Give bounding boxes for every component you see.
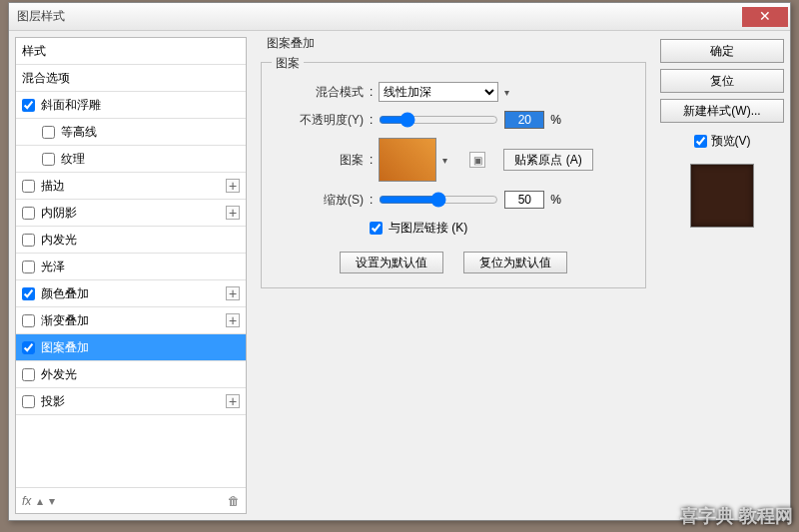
fx-icon[interactable]: fx — [22, 494, 31, 508]
styles-header[interactable]: 样式 — [16, 38, 246, 65]
reset-default-button[interactable]: 复位为默认值 — [463, 252, 567, 273]
style-item-5[interactable]: 内发光 — [16, 227, 246, 254]
styles-panel: 样式 混合选项 斜面和浮雕等高线纹理描边+内阴影+内发光光泽颜色叠加+渐变叠加+… — [15, 37, 247, 514]
close-button[interactable]: ✕ — [742, 7, 788, 27]
pattern-picker-arrow-icon[interactable]: ▾ — [442, 155, 447, 166]
options-panel: 图案叠加 图案 混合模式: 线性加深 ▾ 不透明度(Y): — [253, 31, 654, 520]
style-label: 渐变叠加 — [41, 312, 226, 329]
style-checkbox[interactable] — [42, 126, 55, 139]
add-effect-icon[interactable]: + — [226, 286, 240, 300]
add-effect-icon[interactable]: + — [226, 394, 240, 408]
create-pattern-icon[interactable]: ▣ — [469, 152, 485, 168]
titlebar[interactable]: 图层样式 ✕ — [9, 3, 790, 31]
style-label: 外发光 — [41, 366, 240, 383]
scale-input[interactable] — [504, 191, 544, 209]
styles-footer: fx ▴ ▾ 🗑 — [16, 487, 246, 513]
scale-slider[interactable] — [379, 192, 498, 208]
new-style-button[interactable]: 新建样式(W)... — [660, 99, 784, 123]
style-label: 描边 — [41, 178, 226, 195]
style-item-7[interactable]: 颜色叠加+ — [16, 280, 246, 307]
style-checkbox[interactable] — [22, 314, 35, 327]
style-checkbox[interactable] — [22, 99, 35, 112]
blend-mode-row: 混合模式: 线性加深 ▾ — [272, 78, 635, 106]
styles-header-label: 样式 — [22, 43, 240, 60]
add-effect-icon[interactable]: + — [226, 179, 240, 193]
section-title: 图案叠加 — [267, 35, 646, 52]
preview-swatch — [690, 164, 754, 228]
blend-options-label: 混合选项 — [22, 70, 240, 87]
style-checkbox[interactable] — [22, 368, 35, 381]
style-label: 内阴影 — [41, 205, 226, 222]
preview-checkbox[interactable] — [694, 135, 707, 148]
set-default-button[interactable]: 设置为默认值 — [340, 252, 443, 273]
blend-mode-label: 混合模式 — [272, 84, 364, 101]
style-checkbox[interactable] — [22, 234, 35, 247]
style-item-1[interactable]: 等高线 — [16, 119, 246, 146]
style-item-9[interactable]: 图案叠加 — [16, 334, 246, 361]
snap-origin-button[interactable]: 贴紧原点 (A) — [503, 149, 592, 171]
style-label: 斜面和浮雕 — [41, 97, 240, 114]
arrow-down-icon[interactable]: ▾ — [49, 494, 55, 508]
defaults-row: 设置为默认值 复位为默认值 — [272, 252, 635, 273]
style-checkbox[interactable] — [22, 287, 35, 300]
layer-style-dialog: 图层样式 ✕ 样式 混合选项 斜面和浮雕等高线纹理描边+内阴影+内发光光泽颜色叠… — [8, 2, 791, 521]
reset-button[interactable]: 复位 — [660, 69, 784, 93]
chevron-down-icon[interactable]: ▾ — [504, 87, 509, 98]
percent-label-2: % — [550, 193, 561, 207]
style-label: 投影 — [41, 393, 226, 410]
style-item-3[interactable]: 描边+ — [16, 173, 246, 200]
style-checkbox[interactable] — [22, 180, 35, 193]
action-panel: 确定 复位 新建样式(W)... 预览(V) — [654, 31, 790, 520]
style-label: 颜色叠加 — [41, 285, 226, 302]
add-effect-icon[interactable]: + — [226, 313, 240, 327]
style-checkbox[interactable] — [42, 153, 55, 166]
percent-label: % — [550, 113, 561, 127]
style-checkbox[interactable] — [22, 207, 35, 220]
add-effect-icon[interactable]: + — [226, 206, 240, 220]
opacity-input[interactable] — [504, 111, 544, 129]
style-item-10[interactable]: 外发光 — [16, 361, 246, 388]
style-label: 内发光 — [41, 232, 240, 249]
style-label: 图案叠加 — [41, 339, 240, 356]
style-item-0[interactable]: 斜面和浮雕 — [16, 92, 246, 119]
preview-label: 预览(V) — [711, 133, 751, 150]
scale-label: 缩放(S) — [272, 192, 364, 209]
style-label: 纹理 — [61, 151, 240, 168]
style-label: 等高线 — [61, 124, 240, 141]
dialog-title: 图层样式 — [17, 8, 742, 25]
link-row: 与图层链接 (K) — [272, 214, 635, 242]
preview-row: 预览(V) — [660, 133, 784, 150]
dialog-body: 样式 混合选项 斜面和浮雕等高线纹理描边+内阴影+内发光光泽颜色叠加+渐变叠加+… — [9, 31, 790, 520]
style-item-2[interactable]: 纹理 — [16, 146, 246, 173]
pattern-label: 图案 — [272, 152, 364, 169]
blend-options-header[interactable]: 混合选项 — [16, 65, 246, 92]
blend-mode-select[interactable]: 线性加深 — [379, 82, 498, 102]
opacity-slider[interactable] — [379, 112, 498, 128]
pattern-legend: 图案 — [272, 55, 304, 72]
style-checkbox[interactable] — [22, 341, 35, 354]
style-item-6[interactable]: 光泽 — [16, 254, 246, 280]
pattern-row: 图案: ▾ ▣ 贴紧原点 (A) — [272, 134, 635, 186]
pattern-fieldset: 图案 混合模式: 线性加深 ▾ 不透明度(Y): % — [261, 62, 646, 288]
style-item-11[interactable]: 投影+ — [16, 388, 246, 415]
trash-icon[interactable]: 🗑 — [228, 494, 240, 508]
link-layer-checkbox[interactable] — [370, 222, 383, 235]
style-item-8[interactable]: 渐变叠加+ — [16, 307, 246, 334]
arrow-up-icon[interactable]: ▴ — [37, 494, 43, 508]
ok-button[interactable]: 确定 — [660, 39, 784, 63]
link-layer-label: 与图层链接 (K) — [389, 220, 467, 237]
opacity-label: 不透明度(Y) — [272, 112, 364, 129]
scale-row: 缩放(S): % — [272, 186, 635, 214]
style-item-4[interactable]: 内阴影+ — [16, 200, 246, 227]
styles-list[interactable]: 样式 混合选项 斜面和浮雕等高线纹理描边+内阴影+内发光光泽颜色叠加+渐变叠加+… — [16, 38, 246, 487]
style-checkbox[interactable] — [22, 395, 35, 408]
pattern-swatch[interactable] — [379, 138, 436, 182]
style-label: 光泽 — [41, 259, 240, 275]
opacity-row: 不透明度(Y): % — [272, 106, 635, 134]
style-checkbox[interactable] — [22, 261, 35, 273]
